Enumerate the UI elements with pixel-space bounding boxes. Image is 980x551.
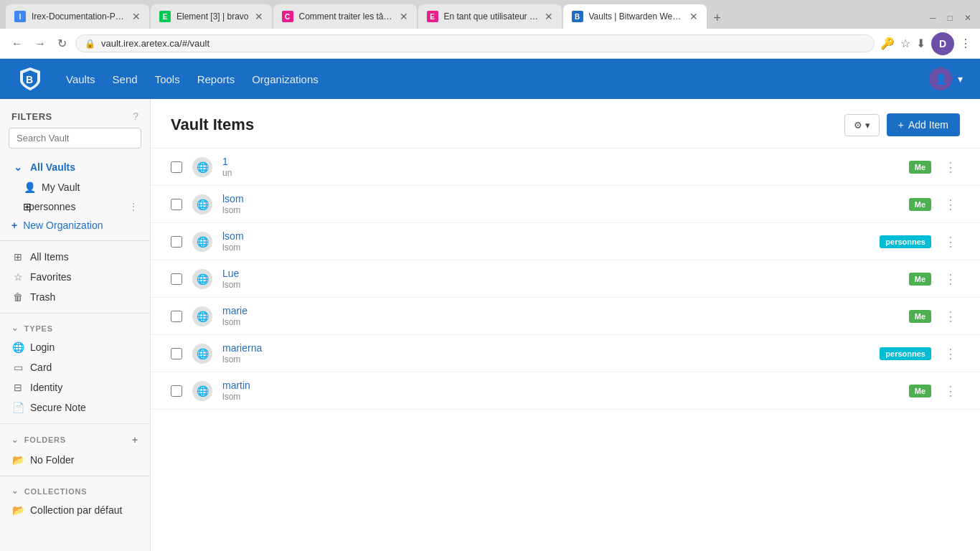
types-chevron-icon: ⌄ <box>11 324 19 333</box>
all-vaults-label: All Vaults <box>30 161 75 173</box>
main-content: FILTERS ? ⌄ All Vaults 👤 My Vault <box>0 99 980 551</box>
item-menu-2[interactable]: ⋮ <box>941 194 960 215</box>
nav-vaults[interactable]: Vaults <box>66 73 95 85</box>
item-sub-1: un <box>222 168 899 178</box>
sidebar-item-login[interactable]: 🌐 Login <box>0 337 150 357</box>
sidebar-item-secure-note[interactable]: 📄 Secure Note <box>0 397 150 418</box>
table-row: 🌐 lsom lsom Me ⋮ <box>151 186 980 223</box>
tab-5[interactable]: B Vaults | Bitwarden Web Vaul ✕ <box>563 4 707 29</box>
item-checkbox-3[interactable] <box>171 236 182 248</box>
tab-3-close[interactable]: ✕ <box>400 11 408 22</box>
sidebar-item-all-vaults[interactable]: ⌄ All Vaults <box>0 157 150 177</box>
settings-button[interactable]: ⚙ ▾ <box>844 114 880 136</box>
item-checkbox-7[interactable] <box>171 385 182 397</box>
new-tab-button[interactable]: + <box>708 8 727 29</box>
sidebar-divider-1 <box>0 240 150 241</box>
star-icon: ☆ <box>11 271 24 283</box>
item-name-5[interactable]: marie <box>222 305 899 316</box>
secure-note-label: Secure Note <box>30 402 86 413</box>
trash-icon: 🗑 <box>11 291 24 303</box>
item-menu-6[interactable]: ⋮ <box>941 343 960 364</box>
item-menu-1[interactable]: ⋮ <box>941 156 960 178</box>
item-name-2[interactable]: lsom <box>222 193 899 204</box>
item-checkbox-6[interactable] <box>171 348 182 359</box>
globe-icon: 🌐 <box>11 342 24 353</box>
tab-1-close[interactable]: ✕ <box>132 11 141 22</box>
sidebar-item-no-folder[interactable]: 📂 No Folder <box>0 450 150 470</box>
maximize-button[interactable]: □ <box>945 10 956 26</box>
org-icon: ⊞ <box>11 201 23 212</box>
back-button[interactable]: ← <box>9 34 26 53</box>
item-checkbox-5[interactable] <box>171 311 182 322</box>
tab-2-title: Element [3] | bravo <box>176 11 249 22</box>
tab-4-close[interactable]: ✕ <box>545 11 553 22</box>
item-favicon-3: 🌐 <box>192 232 212 252</box>
tab-1-title: Irex-Documentation-Project <box>32 11 126 22</box>
item-info-7: martin lsom <box>222 380 899 402</box>
search-input[interactable] <box>9 128 141 149</box>
tab-bar: I Irex-Documentation-Project ✕ E Element… <box>0 0 980 29</box>
tab-4[interactable]: E En tant que utilisateur j'aim ✕ <box>418 4 562 29</box>
item-checkbox-2[interactable] <box>171 199 182 210</box>
sidebar-item-my-vault[interactable]: 👤 My Vault <box>0 177 150 197</box>
tab-5-close[interactable]: ✕ <box>689 11 698 22</box>
user-avatar[interactable]: D <box>931 32 954 55</box>
item-info-5: marie lsom <box>222 305 899 327</box>
account-icon[interactable]: 👤 <box>929 67 952 90</box>
item-checkbox-4[interactable] <box>171 273 182 285</box>
tab-1[interactable]: I Irex-Documentation-Project ✕ <box>6 4 149 29</box>
sidebar-item-trash[interactable]: 🗑 Trash <box>0 287 150 307</box>
item-checkbox-1[interactable] <box>171 161 182 173</box>
item-info-1: 1 un <box>222 156 899 178</box>
nav-reports[interactable]: Reports <box>197 73 235 85</box>
item-menu-5[interactable]: ⋮ <box>941 306 960 327</box>
org-label: personnes <box>29 201 123 212</box>
key-icon[interactable]: 🔑 <box>880 37 895 50</box>
item-menu-7[interactable]: ⋮ <box>941 380 960 402</box>
sidebar-item-new-org[interactable]: + New Organization <box>0 216 150 235</box>
item-info-2: lsom lsom <box>222 193 899 215</box>
reload-button[interactable]: ↻ <box>55 34 70 53</box>
sidebar-item-personnes[interactable]: ⊞ personnes ⋮ <box>0 197 150 216</box>
item-favicon-6: 🌐 <box>192 344 212 364</box>
sidebar-item-collection-default[interactable]: 📂 Collection par défaut <box>0 500 150 520</box>
item-name-6[interactable]: marierna <box>222 342 870 354</box>
sidebar-item-favorites[interactable]: ☆ Favorites <box>0 267 150 287</box>
folders-chevron-icon: ⌄ <box>11 435 19 445</box>
no-folder-label: No Folder <box>30 454 74 466</box>
sidebar-item-card[interactable]: ▭ Card <box>0 357 150 377</box>
tab-3[interactable]: C Comment traiter les tâches s ✕ <box>273 4 417 29</box>
nav-tools[interactable]: Tools <box>155 73 180 85</box>
minimize-button[interactable]: ─ <box>927 10 939 26</box>
help-icon[interactable]: ? <box>133 110 138 122</box>
forward-button[interactable]: → <box>32 34 49 53</box>
sidebar-item-identity[interactable]: ⊟ Identity <box>0 377 150 397</box>
item-name-4[interactable]: Lue <box>222 268 899 279</box>
add-folder-icon[interactable]: + <box>132 434 138 446</box>
item-name-3[interactable]: lsom <box>222 230 870 242</box>
download-icon[interactable]: ⬇ <box>916 37 925 50</box>
item-menu-4[interactable]: ⋮ <box>941 268 960 290</box>
item-name-1[interactable]: 1 <box>222 156 899 167</box>
tab-2-close[interactable]: ✕ <box>255 11 263 22</box>
address-input[interactable]: vault.irex.aretex.ca/#/vault <box>101 38 865 49</box>
item-menu-3[interactable]: ⋮ <box>941 231 960 253</box>
menu-icon[interactable]: ⋮ <box>960 37 971 50</box>
add-item-button[interactable]: + Add Item <box>887 113 960 136</box>
item-badge-5: Me <box>909 310 931 323</box>
nav-organizations[interactable]: Organizations <box>252 73 319 85</box>
org-menu-icon[interactable]: ⋮ <box>128 201 138 212</box>
tab-2[interactable]: E Element [3] | bravo ✕ <box>151 4 272 29</box>
filters-title: FILTERS <box>11 111 52 122</box>
nav-send[interactable]: Send <box>113 73 138 85</box>
item-name-7[interactable]: martin <box>222 380 899 391</box>
address-bar[interactable]: 🔒 vault.irex.aretex.ca/#/vault <box>75 34 875 52</box>
account-chevron-icon[interactable]: ▾ <box>958 73 963 85</box>
star-icon[interactable]: ☆ <box>900 37 910 50</box>
item-favicon-1: 🌐 <box>192 157 212 177</box>
table-row: 🌐 marierna lsom personnes ⋮ <box>151 335 980 372</box>
browser-window: I Irex-Documentation-Project ✕ E Element… <box>0 0 980 551</box>
items-list: 🌐 1 un Me ⋮ 🌐 lsom l <box>151 149 980 551</box>
close-button[interactable]: ✕ <box>961 10 974 26</box>
sidebar-item-all-items[interactable]: ⊞ All Items <box>0 247 150 267</box>
